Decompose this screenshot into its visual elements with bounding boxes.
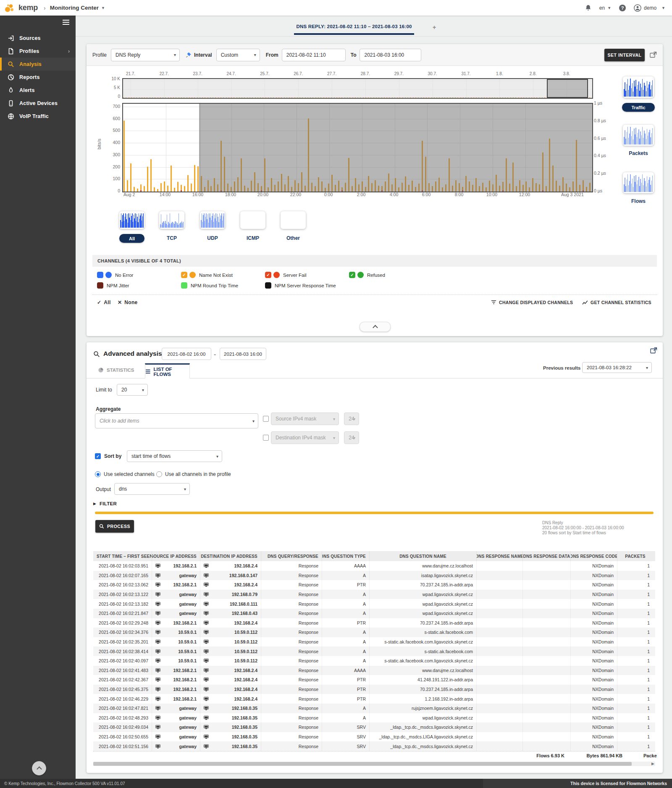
language-selector[interactable]: en ▼	[599, 5, 611, 11]
from-input[interactable]	[282, 49, 346, 61]
scrollbar-thumb[interactable]	[93, 762, 632, 766]
export-analysis-icon[interactable]	[650, 347, 657, 354]
dest-mask-value[interactable]: 24	[344, 431, 359, 444]
source-mask-value[interactable]: 24	[344, 412, 359, 425]
interval-select[interactable]: Custom	[216, 49, 260, 61]
traffic-thumbnail[interactable]	[623, 76, 654, 98]
new-tab-button[interactable]: +	[433, 24, 436, 31]
table-row[interactable]: 2021-08-02 16:02:07.165 gateway 192.168.…	[93, 571, 655, 580]
output-select[interactable]: dns	[114, 483, 190, 495]
protocol-udp-button[interactable]: UDP	[200, 235, 225, 241]
tab-list-of-flows[interactable]: LIST OF FLOWS	[145, 363, 190, 378]
sort-by-select[interactable]: start time of flows	[127, 450, 222, 462]
limit-select[interactable]: 20	[117, 384, 148, 396]
table-row[interactable]: 2021-08-02 16:02:50.655 gateway 192.168.…	[93, 732, 655, 742]
traffic-chart-button[interactable]: Traffic	[622, 103, 655, 112]
sidebar-menu-icon[interactable]	[62, 19, 70, 25]
table-row[interactable]: 2021-08-02 16:02:51.156 gateway 192.168.…	[93, 741, 655, 751]
channels-select-none-button[interactable]: ✕None	[118, 299, 138, 305]
get-channel-statistics-button[interactable]: GET CHANNEL STATISTICS	[582, 300, 651, 305]
packets-thumbnail[interactable]	[623, 125, 654, 146]
analysis-from-input[interactable]: 2021-08-02 16:00	[162, 348, 211, 360]
use-all-channels-radio[interactable]	[156, 471, 162, 477]
table-row[interactable]: 2021-08-02 16:02:49.034 gateway 192.168.…	[93, 722, 655, 732]
col-dns-response-code[interactable]: DNS RESPONSE CODE	[571, 551, 617, 561]
table-row[interactable]: 2021-08-02 16:02:34.376 10.59.0.1 10.59.…	[93, 628, 655, 637]
col-destination-ip[interactable]: DESTINATION IP ADDRESS	[200, 551, 261, 561]
protocol-other-thumbnail[interactable]	[281, 211, 306, 229]
table-row[interactable]: 2021-08-02 16:02:35.201 10.59.0.1 10.59.…	[93, 637, 655, 647]
table-row[interactable]: 2021-08-02 16:02:29.248 192.168.2.1 192.…	[93, 618, 655, 628]
table-row[interactable]: 2021-08-02 16:02:48.293 gateway 192.168.…	[93, 713, 655, 723]
col-dns-question-type[interactable]: DNS QUESTION TYPE	[322, 551, 370, 561]
profile-select[interactable]: DNS Reply	[111, 49, 180, 61]
channel-server-fail[interactable]: ✓ Server Fail	[265, 272, 307, 278]
channel-checkbox[interactable]: ✓	[181, 272, 187, 278]
export-chart-icon[interactable]	[650, 52, 657, 58]
table-row[interactable]: 2021-08-02 16:02:42.367 192.168.2.1 192.…	[93, 675, 655, 685]
table-row[interactable]: 2021-08-02 16:02:03.951 192.168.2.1 192.…	[93, 561, 655, 571]
sort-by-checkbox[interactable]: ✓	[95, 453, 101, 459]
dest-mask-checkbox[interactable]	[263, 435, 269, 441]
protocol-all-button[interactable]: All	[119, 234, 144, 243]
protocol-all-thumbnail[interactable]	[119, 211, 144, 229]
overview-timeline[interactable]	[122, 78, 593, 99]
source-mask-checkbox[interactable]	[263, 416, 269, 422]
packets-chart-button[interactable]: Packets	[622, 150, 655, 156]
channel-npm-jitter[interactable]: NPM Jitter	[97, 282, 129, 289]
protocol-icmp-button[interactable]: ICMP	[240, 235, 265, 241]
set-interval-button[interactable]: SET INTERVAL	[604, 49, 645, 61]
col-source-ip[interactable]: SOURCE IP ADDRESS	[152, 551, 200, 561]
sidebar-item-reports[interactable]: Reports	[0, 71, 76, 84]
table-row[interactable]: 2021-08-02 16:02:40.097 10.59.0.1 10.59.…	[93, 656, 655, 666]
notifications-bell-icon[interactable]	[585, 4, 592, 12]
channel-name-not-exist[interactable]: ✓ Name Not Exist	[181, 272, 233, 278]
protocol-icmp-thumbnail[interactable]	[240, 211, 265, 229]
protocol-other-button[interactable]: Other	[281, 235, 306, 241]
sidebar-item-voip-traffic[interactable]: VoIP Traffic	[0, 110, 76, 123]
scroll-to-top-button[interactable]	[32, 761, 46, 775]
table-row[interactable]: 2021-08-02 16:02:21.847 gateway 192.168.…	[93, 609, 655, 618]
col-start-time[interactable]: START TIME – FIRST SEEN	[93, 551, 152, 561]
protocol-tcp-thumbnail[interactable]	[159, 211, 184, 229]
table-row[interactable]: 2021-08-02 16:02:47.821 gateway 192.168.…	[93, 704, 655, 713]
help-icon[interactable]: ?	[619, 4, 626, 12]
user-menu[interactable]: demo ▼	[634, 4, 665, 12]
filter-toggle[interactable]: ▶ FILTER	[93, 501, 117, 506]
source-mask-select[interactable]: Source IPv4 mask	[271, 412, 339, 425]
table-row[interactable]: 2021-08-02 16:02:38.414 10.59.0.1 10.59.…	[93, 646, 655, 656]
col-dns-query-response[interactable]: DNS QUERY/RESPONSE	[261, 551, 322, 561]
table-row[interactable]: 2021-08-02 16:02:41.483 192.168.2.1 192.…	[93, 666, 655, 675]
tab-statistics[interactable]: STATISTICS	[98, 367, 134, 373]
table-row[interactable]: 2021-08-02 16:02:46.229 192.168.2.1 192.…	[93, 694, 655, 704]
sidebar-item-active-devices[interactable]: Active Devices	[0, 97, 76, 110]
aggregate-select[interactable]: Click to add items	[95, 413, 258, 428]
breadcrumb[interactable]: Monitoring Center	[50, 5, 99, 11]
previous-results-select[interactable]: 2021-08-03 16:28:22	[582, 362, 652, 373]
use-selected-channels-radio[interactable]	[95, 471, 101, 477]
profiles-expand-icon[interactable]: ›	[68, 48, 70, 54]
sidebar-item-sources[interactable]: Sources	[0, 32, 76, 45]
tab-dns-reply[interactable]: DNS REPLY: 2021-08-02 11:10 – 2021-08-03…	[296, 24, 412, 29]
scrollbar-right-arrow[interactable]: ▶	[651, 762, 654, 766]
sidebar-item-profiles[interactable]: Profiles ›	[0, 45, 76, 58]
process-button[interactable]: PROCESS	[95, 520, 134, 533]
flows-chart-button[interactable]: Flows	[622, 198, 655, 204]
channel-checkbox[interactable]: ✓	[349, 272, 355, 278]
sidebar-item-alerts[interactable]: Alerts	[0, 84, 76, 97]
channel-no-error[interactable]: No Error	[97, 272, 133, 278]
col-dns-question-name[interactable]: DNS QUESTION NAME	[370, 551, 477, 561]
channel-npm-server-response-time[interactable]: NPM Server Response Time	[265, 282, 336, 289]
sidebar-item-analysis[interactable]: Analysis	[0, 58, 76, 71]
protocol-udp-thumbnail[interactable]	[200, 211, 225, 229]
table-row[interactable]: 2021-08-02 16:02:13.122 gateway 192.168.…	[93, 590, 655, 599]
protocol-tcp-button[interactable]: TCP	[159, 235, 184, 241]
table-row[interactable]: 2021-08-02 16:02:13.062 192.168.2.1 192.…	[93, 580, 655, 590]
col-packets[interactable]: PACKETS	[617, 551, 653, 561]
dest-mask-select[interactable]: Destination IPv4 mask	[271, 431, 339, 444]
channel-checkbox[interactable]: ✓	[265, 272, 271, 278]
flows-thumbnail[interactable]	[623, 172, 654, 193]
breadcrumb-caret-icon[interactable]: ▼	[101, 6, 105, 10]
channels-select-all-button[interactable]: ✓All	[97, 299, 111, 305]
table-row[interactable]: 2021-08-02 16:02:13.182 gateway 192.168.…	[93, 599, 655, 609]
